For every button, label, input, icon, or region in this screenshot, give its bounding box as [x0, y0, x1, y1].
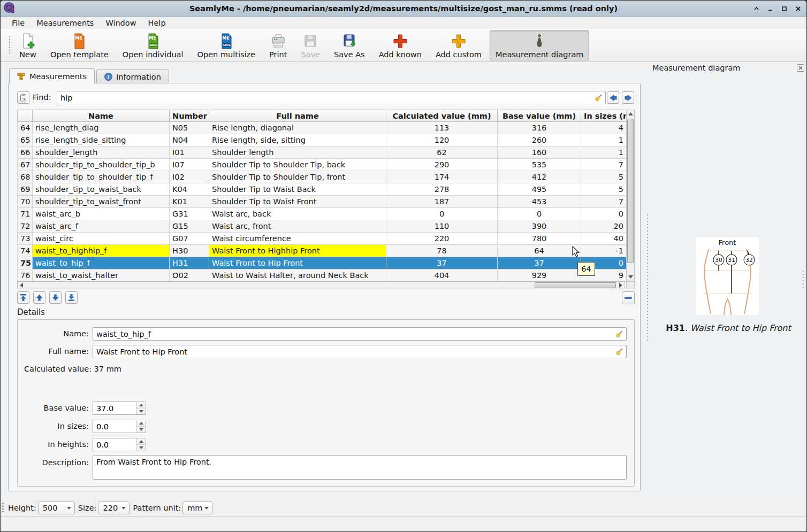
- search-input[interactable]: [57, 91, 605, 104]
- cell-base[interactable]: 535: [498, 159, 581, 171]
- dock-close-button[interactable]: [797, 64, 804, 72]
- cell-full_name[interactable]: Shoulder Tip to Shoulder Tip, back: [209, 159, 386, 171]
- cell-full_name[interactable]: Shoulder Tip to Shoulder Tip, front: [209, 171, 386, 183]
- move-down-button[interactable]: [49, 291, 62, 304]
- spin-up-icon[interactable]: [136, 438, 146, 445]
- cell-base[interactable]: 412: [498, 171, 581, 183]
- menu-window[interactable]: Window: [100, 18, 142, 28]
- cell-full_name[interactable]: Waist circumference: [209, 233, 386, 245]
- base-value-input[interactable]: [93, 402, 134, 414]
- find-previous-button[interactable]: [607, 91, 619, 104]
- spin-down-icon[interactable]: [136, 408, 146, 414]
- cell-base[interactable]: 780: [498, 233, 581, 245]
- maximize-button[interactable]: [779, 4, 789, 14]
- move-up-button[interactable]: [33, 291, 45, 304]
- cell-in_sizes[interactable]: 5: [581, 171, 627, 183]
- cell-full_name[interactable]: Waist to Waist Halter, around Neck Back: [209, 269, 386, 282]
- cell-name[interactable]: rise_length_diag: [33, 122, 170, 134]
- header-name[interactable]: Name: [33, 110, 170, 122]
- table-row[interactable]: 70shoulder_tip_to_waist_frontK01Shoulder…: [18, 196, 627, 208]
- cell-in_sizes[interactable]: -1: [581, 245, 627, 257]
- cell-base[interactable]: 64: [498, 245, 581, 257]
- scroll-left-icon[interactable]: [18, 282, 25, 289]
- cell-calc[interactable]: 278: [386, 183, 498, 196]
- cell-full_name[interactable]: Waist arc, back: [209, 208, 386, 220]
- measurement-diagram-button[interactable]: Measurement diagram: [490, 30, 589, 60]
- table-row[interactable]: 64rise_length_diagN05Rise length, diagon…: [18, 122, 627, 134]
- cell-full_name[interactable]: Shoulder length: [209, 147, 386, 159]
- scroll-right-icon[interactable]: [617, 282, 625, 289]
- cell-name[interactable]: rise_length_side_sitting: [33, 134, 170, 147]
- cell-base[interactable]: 390: [498, 220, 581, 233]
- cell-full_name[interactable]: Shoulder Tip to Waist Back: [209, 183, 386, 196]
- cell-calc[interactable]: 78: [386, 245, 498, 257]
- new-button[interactable]: New: [13, 30, 42, 60]
- cell-full_name[interactable]: Waist Front to Hip Front: [209, 257, 386, 269]
- table-row[interactable]: 76waist_to_waist_halterO02Waist to Waist…: [18, 269, 627, 282]
- cell-calc[interactable]: 404: [386, 269, 498, 282]
- cell-calc[interactable]: 290: [386, 159, 498, 171]
- cell-calc[interactable]: 0: [386, 208, 498, 220]
- cell-name[interactable]: shoulder_tip_to_waist_front: [33, 196, 170, 208]
- dock-edge-handle[interactable]: [803, 271, 804, 290]
- cell-number[interactable]: G07: [170, 233, 209, 245]
- table-row[interactable]: 75waist_to_hip_fH31Waist Front to Hip Fr…: [18, 257, 627, 269]
- table-row[interactable]: 65rise_length_side_sittingN04Rise length…: [18, 134, 627, 147]
- cell-calc[interactable]: 120: [386, 134, 498, 147]
- titlebar[interactable]: SeamlyMe - /home/pneumarian/seamly2d/mea…: [1, 1, 806, 17]
- add-known-button[interactable]: Add known: [373, 30, 428, 60]
- cell-number[interactable]: I02: [170, 171, 209, 183]
- tab-information[interactable]: i Information: [96, 70, 169, 83]
- horizontal-scrollbar[interactable]: [17, 281, 625, 289]
- full-name-field[interactable]: [93, 345, 627, 358]
- clear-broom-icon[interactable]: [594, 94, 603, 102]
- cell-full_name[interactable]: Waist arc, front: [209, 220, 386, 233]
- shade-button[interactable]: [751, 4, 762, 14]
- cell-in_sizes[interactable]: 7: [581, 159, 627, 171]
- cell-base[interactable]: 160: [498, 147, 581, 159]
- open-individual-button[interactable]: ME SMIS Open individual: [117, 30, 189, 60]
- header-number[interactable]: Number: [170, 110, 209, 122]
- menu-measurements[interactable]: Measurements: [31, 18, 100, 28]
- cell-number[interactable]: H31: [170, 257, 209, 269]
- cell-calc[interactable]: 37: [386, 257, 498, 269]
- in-heights-spinner[interactable]: [93, 438, 146, 451]
- cell-name[interactable]: waist_to_hip_f: [33, 257, 170, 269]
- cell-name[interactable]: shoulder_tip_to_shoulder_tip_f: [33, 171, 170, 183]
- tab-measurements[interactable]: Measurements: [9, 68, 95, 83]
- cell-number[interactable]: K01: [170, 196, 209, 208]
- cell-name[interactable]: waist_circ: [33, 233, 170, 245]
- name-clear-broom-icon[interactable]: [615, 330, 623, 338]
- header-base-value[interactable]: Base value (mm): [498, 110, 581, 122]
- cell-calc[interactable]: 187: [386, 196, 498, 208]
- cell-base[interactable]: 0: [498, 208, 581, 220]
- base-value-spinner[interactable]: [93, 402, 146, 415]
- cell-number[interactable]: H30: [170, 245, 209, 257]
- cell-base[interactable]: 453: [498, 196, 581, 208]
- header-in-sizes[interactable]: In sizes (mm): [581, 110, 627, 122]
- vertical-scroll-thumb[interactable]: [627, 119, 634, 263]
- cell-in_sizes[interactable]: 1: [581, 134, 627, 147]
- cell-full_name[interactable]: Rise length, diagonal: [209, 122, 386, 134]
- cell-calc[interactable]: 62: [386, 147, 498, 159]
- cell-base[interactable]: 37: [498, 257, 581, 269]
- full-name-input[interactable]: [93, 345, 626, 358]
- cell-name[interactable]: shoulder_tip_to_shoulder_tip_b: [33, 159, 170, 171]
- spin-down-icon[interactable]: [136, 427, 146, 433]
- spin-down-icon[interactable]: [136, 445, 146, 451]
- cell-in_sizes[interactable]: 7: [581, 196, 627, 208]
- cell-name[interactable]: waist_to_highhip_f: [33, 245, 170, 257]
- cell-calc[interactable]: 174: [386, 171, 498, 183]
- in-heights-input[interactable]: [93, 438, 134, 451]
- header-calculated-value[interactable]: Calculated value (mm): [386, 110, 498, 122]
- cell-in_sizes[interactable]: 5: [581, 183, 627, 196]
- cell-number[interactable]: K04: [170, 183, 209, 196]
- table-row[interactable]: 68shoulder_tip_to_shoulder_tip_fI02Shoul…: [18, 171, 627, 183]
- description-textarea[interactable]: From Waist Front to Hip Front.: [93, 455, 627, 480]
- cell-name[interactable]: waist_to_waist_halter: [33, 269, 170, 282]
- cell-number[interactable]: O02: [170, 269, 209, 282]
- spin-up-icon[interactable]: [136, 420, 146, 427]
- cell-in_sizes[interactable]: 40: [581, 233, 627, 245]
- name-input[interactable]: [93, 328, 626, 340]
- table-row[interactable]: 66shoulder_lengthI01Shoulder length62160…: [18, 147, 627, 159]
